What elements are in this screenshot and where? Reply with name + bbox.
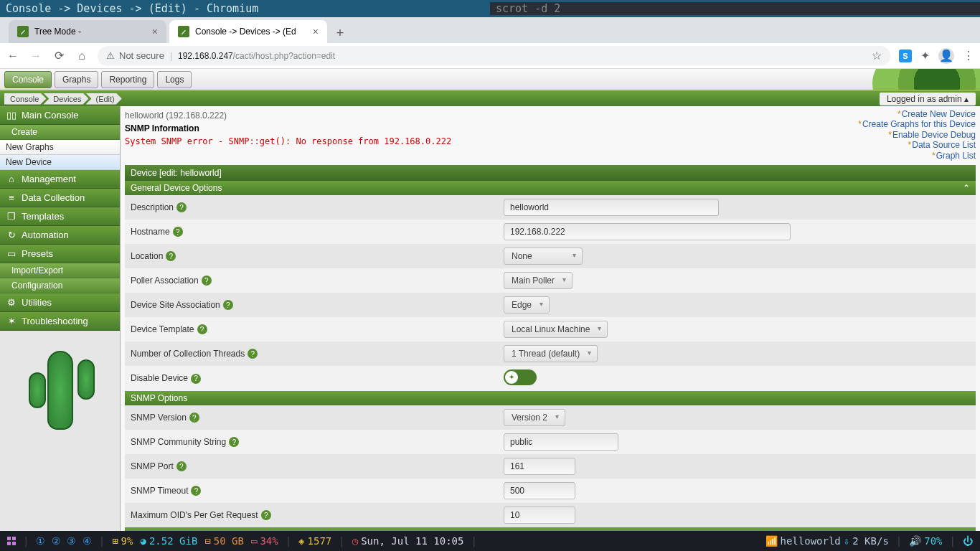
sidebar-import-export[interactable]: Import/Export — [0, 263, 120, 278]
sidebar-new-graphs[interactable]: New Graphs — [0, 140, 120, 155]
tab-logs[interactable]: Logs — [157, 71, 192, 88]
select-poller[interactable]: Main Poller — [504, 272, 573, 289]
home-icon: ⌂ — [6, 174, 17, 184]
input-max-oid[interactable] — [504, 507, 575, 524]
url-text: 192.168.0.247/cacti/host.php?action=edit — [178, 51, 335, 61]
tab-reporting[interactable]: Reporting — [101, 71, 154, 88]
label-hostname: Hostname — [131, 227, 170, 237]
help-icon[interactable]: ? — [173, 227, 183, 237]
link-graph-list[interactable]: Graph List — [858, 151, 976, 161]
help-icon[interactable]: ? — [176, 461, 187, 471]
link-data-source-list[interactable]: Data Source List — [858, 140, 976, 150]
browser-tab-1[interactable]: ⟋ Tree Mode - × — [9, 20, 166, 43]
label-template: Device Template — [131, 324, 194, 334]
help-icon[interactable]: ? — [223, 300, 233, 310]
input-hostname[interactable] — [504, 223, 791, 240]
close-icon[interactable]: × — [152, 26, 158, 37]
home-button[interactable]: ⌂ — [75, 50, 89, 62]
link-create-graphs[interactable]: Create Graphs for this Device — [858, 119, 976, 129]
sidebar-main-console[interactable]: ▯▯Main Console — [0, 106, 120, 125]
sidebar-data-collection[interactable]: ≡Data Collection — [0, 189, 120, 207]
input-snmp-timeout[interactable] — [504, 482, 575, 499]
select-snmp-version[interactable]: Version 2 — [504, 409, 565, 426]
tab-console[interactable]: Console — [4, 71, 52, 88]
general-options-table: Description? Hostname? Location?None Pol… — [125, 195, 976, 391]
sidebar-management[interactable]: ⌂Management — [0, 170, 120, 189]
help-icon[interactable]: ? — [261, 510, 271, 520]
sidebar-new-device[interactable]: New Device — [0, 155, 120, 170]
sidebar-utilities[interactable]: ⚙Utilities — [0, 293, 120, 312]
gear-icon: ⚙ — [6, 298, 17, 308]
toggle-disable-device[interactable] — [504, 369, 537, 385]
tab-title: Tree Mode - — [34, 27, 81, 37]
address-bar[interactable]: Not secure | 192.168.0.247/cacti/host.ph… — [98, 46, 890, 66]
disk-widget: ⊟ 50 GB — [204, 535, 244, 547]
help-icon[interactable]: ? — [229, 437, 239, 447]
select-location[interactable]: None — [504, 248, 583, 265]
breadcrumb-console[interactable]: Console — [4, 93, 46, 105]
input-snmp-port[interactable] — [504, 458, 575, 475]
window-titlebar: Console -> Devices -> (Edit) - Chromium … — [0, 0, 980, 17]
reload-button[interactable]: ⟳ — [52, 49, 66, 62]
help-icon[interactable]: ? — [191, 374, 201, 384]
battery-widget: ▭ 34% — [251, 535, 278, 547]
select-threads[interactable]: 1 Thread (default) — [504, 345, 598, 362]
tab-graphs[interactable]: Graphs — [55, 71, 98, 88]
browser-tab-2[interactable]: ⟋ Console -> Devices -> (Ed × — [169, 20, 327, 43]
close-icon[interactable]: × — [313, 26, 319, 37]
main-content: helloworld (192.168.0.222) SNMP Informat… — [121, 106, 980, 538]
power-icon[interactable]: ⏻ — [963, 535, 973, 547]
back-button[interactable]: ← — [6, 50, 20, 62]
menu-icon[interactable]: ⋮ — [963, 49, 974, 62]
clock-widget: ◷ Sun, Jul 11 10:05 — [352, 535, 464, 547]
label-poller: Poller Association — [131, 276, 199, 286]
action-links: Create New Device Create Graphs for this… — [858, 109, 976, 161]
database-icon: ≡ — [6, 193, 17, 203]
input-community[interactable] — [504, 433, 618, 451]
device-edit-header: Device [edit: helloworld] — [125, 165, 976, 181]
help-icon[interactable]: ? — [189, 413, 199, 423]
sidebar-automation[interactable]: ↻Automation — [0, 226, 120, 245]
sidebar-troubleshooting[interactable]: ✶Troubleshooting — [0, 312, 120, 331]
input-description[interactable] — [504, 199, 719, 216]
bookmark-icon[interactable]: ☆ — [872, 49, 882, 62]
browser-tab-strip: ⟋ Tree Mode - × ⟋ Console -> Devices -> … — [0, 17, 980, 43]
collapse-icon[interactable]: ⌃ — [963, 183, 970, 193]
new-tab-button[interactable]: + — [330, 23, 350, 43]
security-indicator: Not secure — [106, 50, 164, 61]
help-icon[interactable]: ? — [202, 276, 212, 286]
link-create-new-device[interactable]: Create New Device — [858, 109, 976, 119]
app-grid-icon[interactable] — [7, 537, 16, 545]
help-icon[interactable]: ? — [191, 486, 201, 496]
cactus-logo — [24, 344, 96, 444]
profile-icon[interactable]: 👤 — [938, 48, 954, 64]
label-timeout: SNMP Timeout — [131, 486, 188, 496]
sidebar-configuration[interactable]: Configuration — [0, 278, 120, 293]
sidebar-presets[interactable]: ▭Presets — [0, 245, 120, 263]
link-enable-debug[interactable]: Enable Device Debug — [858, 130, 976, 140]
volume-widget[interactable]: 🔊 70% — [909, 535, 942, 547]
help-icon[interactable]: ? — [197, 324, 207, 334]
select-site[interactable]: Edge — [504, 296, 550, 314]
forward-button[interactable]: → — [29, 50, 43, 62]
skype-extension-icon[interactable]: S — [899, 50, 912, 62]
login-status[interactable]: Logged in as admin ▴ — [880, 93, 976, 105]
breadcrumb-edit[interactable]: (Edit) — [85, 93, 121, 105]
label-port: SNMP Port — [131, 461, 174, 471]
tab-title: Console -> Devices -> (Ed — [195, 27, 296, 37]
sidebar-create[interactable]: Create — [0, 125, 120, 140]
copy-icon: ❐ — [6, 212, 17, 222]
extensions-icon[interactable]: ✦ — [920, 49, 930, 62]
memory-widget: ◕ 2.52 GiB — [140, 535, 197, 547]
cacti-logo-banner — [707, 69, 980, 90]
help-icon[interactable]: ? — [176, 202, 187, 212]
breadcrumb-devices[interactable]: Devices — [43, 93, 88, 105]
window-title-secondary: scrot -d 2 — [490, 2, 980, 15]
help-icon[interactable]: ? — [166, 251, 176, 261]
desktop-taskbar: | ① ② ③ ④ | ⊞ 9% ◕ 2.52 GiB ⊟ 50 GB ▭ 34… — [0, 531, 980, 551]
sidebar-templates[interactable]: ❐Templates — [0, 207, 120, 226]
select-template[interactable]: Local Linux Machine — [504, 321, 608, 338]
help-icon[interactable]: ? — [248, 349, 258, 359]
workspace-indicators[interactable]: ① ② ③ ④ — [36, 535, 91, 547]
book-icon: ▯▯ — [6, 110, 17, 121]
